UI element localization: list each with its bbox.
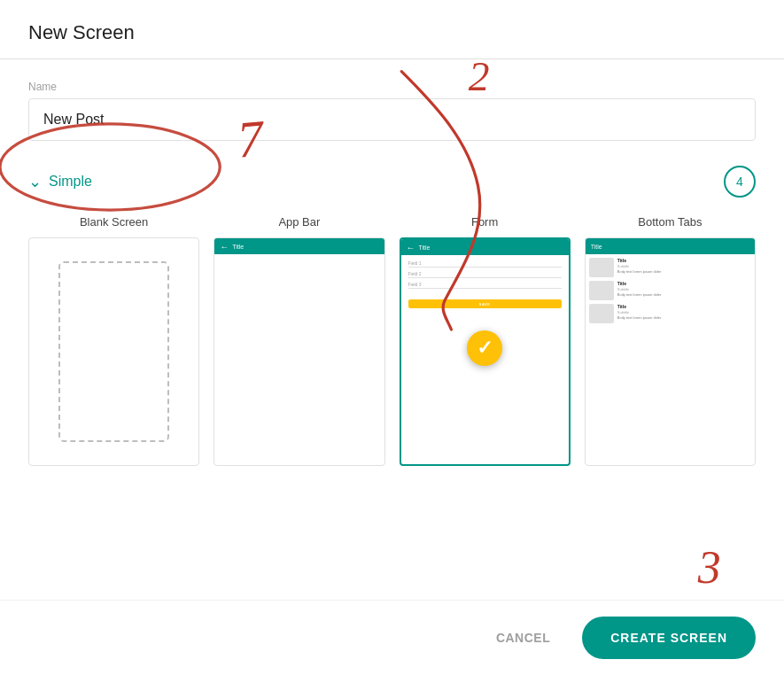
form-save-btn: SAVE xyxy=(408,299,562,308)
field-group-2: Field 2 xyxy=(408,271,562,278)
back-arrow-icon: ← xyxy=(220,242,229,252)
field-line-3 xyxy=(408,288,562,289)
section-left: ⌄ Simple xyxy=(28,172,92,191)
svg-text:3: 3 xyxy=(697,542,721,593)
chevron-down-icon[interactable]: ⌄ xyxy=(28,172,42,191)
section-header: ⌄ Simple 4 xyxy=(28,166,756,198)
form-preview: ← Title Field 1 Field 2 Field xyxy=(400,237,571,466)
template-bottomtabs[interactable]: Bottom Tabs Title Title Subtitle Body te… xyxy=(585,215,756,466)
bt-item-1: Title Subtitle Body text lorem ipsum dol… xyxy=(589,258,751,277)
bt-body-3: Body text lorem ipsum doler xyxy=(617,315,662,320)
template-form-label: Form xyxy=(471,215,498,229)
new-screen-dialog: New Screen Name ⌄ Simple 4 Blank Screen xyxy=(0,0,784,675)
form-topbar: ← Title xyxy=(401,239,569,255)
bt-text-3: Title Subtitle Body text lorem ipsum dol… xyxy=(617,304,662,320)
template-blank[interactable]: Blank Screen xyxy=(28,215,199,466)
blank-inner xyxy=(58,261,168,443)
checkmark-icon: ✓ xyxy=(477,337,493,360)
template-appbar[interactable]: App Bar ← Title xyxy=(213,215,384,466)
bt-subtitle-1: Subtitle xyxy=(617,264,662,268)
cancel-button[interactable]: CANCEL xyxy=(478,620,568,656)
dialog-title: New Screen xyxy=(28,21,756,44)
bt-title-3: Title xyxy=(617,304,662,309)
bt-thumb-3 xyxy=(589,304,614,323)
bt-text-2: Title Subtitle Body text lorem ipsum dol… xyxy=(617,281,662,297)
field-line-1 xyxy=(408,267,562,268)
bottomtabs-preview: Title Title Subtitle Body text lorem ips… xyxy=(585,237,756,466)
bt-thumb-1 xyxy=(589,258,614,277)
template-appbar-label: App Bar xyxy=(278,215,320,229)
bt-title-1: Title xyxy=(617,258,662,263)
bt-text-1: Title Subtitle Body text lorem ipsum dol… xyxy=(617,258,662,274)
bt-body-1: Body text lorem ipsum doler xyxy=(617,269,662,274)
bt-title-2: Title xyxy=(617,281,662,286)
field-group-3: Field 3 xyxy=(408,282,562,289)
bt-item-3: Title Subtitle Body text lorem ipsum dol… xyxy=(589,304,751,323)
template-grid: Blank Screen App Bar ← Title Form xyxy=(28,215,756,466)
blank-preview xyxy=(28,237,199,466)
bt-topbar: Title xyxy=(586,238,755,254)
name-label: Name xyxy=(28,81,756,93)
dialog-body: Name ⌄ Simple 4 Blank Screen App Bar xyxy=(0,59,784,600)
template-bottomtabs-label: Bottom Tabs xyxy=(638,215,702,229)
appbar-topbar: ← Title xyxy=(214,238,384,254)
template-form[interactable]: Form ← Title Field 1 Field 2 xyxy=(400,215,571,466)
bt-content: Title Subtitle Body text lorem ipsum dol… xyxy=(586,254,755,327)
name-input[interactable] xyxy=(28,98,756,141)
create-screen-button[interactable]: CREATE SCREEN xyxy=(582,617,756,659)
dialog-header: New Screen xyxy=(0,0,784,59)
field-label-1: Field 1 xyxy=(408,260,562,266)
field-label-3: Field 3 xyxy=(408,282,562,287)
bt-body-2: Body text lorem ipsum doler xyxy=(617,292,662,297)
section-count: 4 xyxy=(724,166,756,198)
form-selected-check: ✓ xyxy=(467,330,502,366)
form-save-text: SAVE xyxy=(479,302,491,306)
form-fields: Field 1 Field 2 Field 3 xyxy=(401,255,569,294)
form-back-icon: ← xyxy=(407,243,415,252)
appbar-title: Title xyxy=(232,244,244,250)
bt-topbar-title: Title xyxy=(591,244,602,250)
field-group-1: Field 1 xyxy=(408,260,562,268)
field-line-2 xyxy=(408,277,562,278)
form-topbar-title: Title xyxy=(419,244,431,251)
bt-subtitle-2: Subtitle xyxy=(617,287,662,291)
field-label-2: Field 2 xyxy=(408,271,562,276)
dialog-footer: CANCEL CREATE SCREEN xyxy=(0,600,784,675)
appbar-preview: ← Title xyxy=(213,237,384,466)
bt-item-2: Title Subtitle Body text lorem ipsum dol… xyxy=(589,281,751,300)
section-title: Simple xyxy=(49,174,92,190)
name-section: Name xyxy=(28,81,756,141)
bt-subtitle-3: Subtitle xyxy=(617,310,662,314)
bt-thumb-2 xyxy=(589,281,614,300)
template-blank-label: Blank Screen xyxy=(80,215,148,229)
